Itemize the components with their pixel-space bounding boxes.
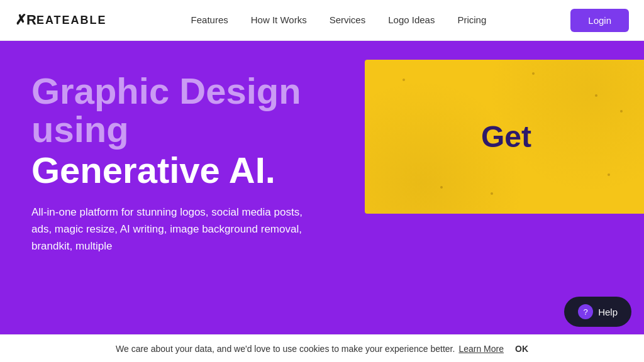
nav-item-how-it-works[interactable]: How It Works [251,14,307,26]
hero-headline-line3: Generative AI. [31,151,340,190]
cookie-learn-more[interactable]: Learn More [458,344,504,354]
nav-link-features[interactable]: Features [191,14,228,25]
navbar: ✗R EATEABLE Features How It Works Servic… [0,0,644,41]
cookie-ok-button[interactable]: OK [515,344,528,354]
cookie-banner: We care about your data, and we'd love t… [0,334,644,362]
nav-link-pricing[interactable]: Pricing [457,14,486,25]
nav-link-logo-ideas[interactable]: Logo Ideas [388,14,435,25]
hero-preview: Get [365,60,644,214]
logo-icon: ✗R [15,12,36,28]
help-button[interactable]: ? Help [564,297,631,327]
nav-item-features[interactable]: Features [191,14,228,26]
help-bubble-icon: ? [578,304,593,319]
hero-headline-line1: Graphic Design [31,72,340,111]
logo-text: EATEABLE [36,14,107,27]
login-button[interactable]: Login [570,9,629,32]
nav-links: Features How It Works Services Logo Idea… [191,14,487,26]
cookie-message: We care about your data, and we'd love t… [116,344,455,354]
nav-item-logo-ideas[interactable]: Logo Ideas [388,14,435,26]
help-label: Help [598,307,618,317]
logo[interactable]: ✗R EATEABLE [15,12,107,28]
hero-subtext: All-in-one platform for stunning logos, … [31,204,308,255]
preview-card-text: Get [481,119,531,154]
preview-card: Get [365,60,644,214]
nav-item-services[interactable]: Services [330,14,366,26]
hero-content: Graphic Design using Generative AI. All-… [31,66,340,255]
nav-link-how-it-works[interactable]: How It Works [251,14,307,25]
nav-item-pricing[interactable]: Pricing [457,14,486,26]
hero-section: Graphic Design using Generative AI. All-… [0,41,644,334]
nav-link-services[interactable]: Services [330,14,366,25]
hero-headline-line2: using [31,111,340,149]
